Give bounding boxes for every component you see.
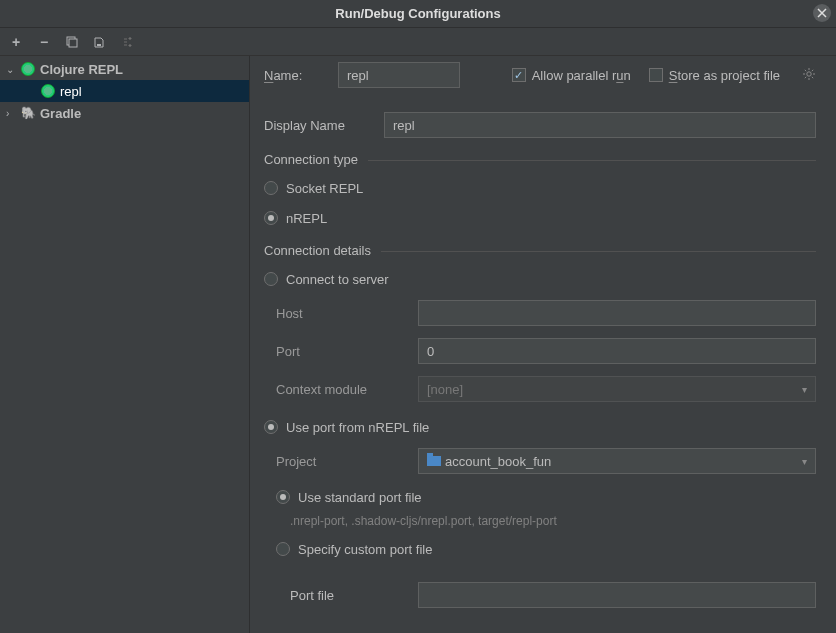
context-module-label: Context module [264, 382, 404, 397]
radio-use-port-from-file[interactable]: Use port from nREPL file [264, 416, 429, 438]
host-input[interactable] [418, 300, 816, 326]
project-combo[interactable]: account_book_fun ▾ [418, 448, 816, 474]
add-configuration-button[interactable]: + [8, 34, 24, 50]
host-label: Host [264, 306, 404, 321]
radio-socket-repl[interactable]: Socket REPL [264, 177, 816, 199]
separator [368, 160, 816, 161]
radio-label: Connect to server [286, 272, 389, 287]
toolbar: + − [0, 28, 836, 56]
remove-configuration-button[interactable]: − [36, 34, 52, 50]
chevron-right-icon: › [6, 108, 16, 119]
svg-rect-1 [69, 39, 77, 47]
radio-use-standard-port-file[interactable]: Use standard port file [264, 486, 422, 508]
radio-checked-icon [264, 211, 278, 225]
radio-label: Use standard port file [298, 490, 422, 505]
edit-templates-button[interactable] [120, 34, 136, 50]
close-button[interactable] [813, 4, 831, 22]
titlebar: Run/Debug Configurations [0, 0, 836, 28]
port-file-label: Port file [264, 588, 418, 603]
name-input[interactable] [338, 62, 460, 88]
allow-parallel-run-checkbox[interactable]: ✓ Allow parallel run [512, 68, 631, 83]
combo-value: account_book_fun [445, 454, 551, 469]
radio-checked-icon [264, 420, 278, 434]
checkbox-label: Store as project file [669, 68, 780, 83]
chevron-down-icon: ▾ [802, 384, 807, 395]
port-label: Port [264, 344, 404, 359]
name-label: Name: [264, 68, 320, 83]
store-as-project-file-checkbox[interactable]: Store as project file [649, 68, 780, 83]
configurations-tree: ⌄ Clojure REPL repl › 🐘 Gradle [0, 56, 250, 633]
clojure-icon [40, 83, 56, 99]
radio-label: Socket REPL [286, 181, 363, 196]
copy-configuration-button[interactable] [64, 34, 80, 50]
checkbox-unchecked-icon [649, 68, 663, 82]
combo-value: [none] [427, 382, 463, 397]
radio-label: Specify custom port file [298, 542, 432, 557]
gear-icon[interactable] [802, 67, 816, 84]
folder-icon [427, 456, 441, 466]
port-input[interactable] [418, 338, 816, 364]
display-name-label: Display Name [264, 118, 384, 133]
project-label: Project [264, 454, 404, 469]
chevron-down-icon: ▾ [802, 456, 807, 467]
radio-connect-to-server[interactable]: Connect to server [264, 268, 389, 290]
radio-specify-custom-port-file[interactable]: Specify custom port file [264, 538, 432, 560]
connection-details-label: Connection details [264, 243, 371, 258]
tree-node-clojure-repl[interactable]: ⌄ Clojure REPL [0, 58, 249, 80]
radio-label: Use port from nREPL file [286, 420, 429, 435]
gradle-icon: 🐘 [20, 105, 36, 121]
connection-type-label: Connection type [264, 152, 358, 167]
configuration-form: Name: ✓ Allow parallel run Store as proj… [250, 56, 836, 633]
svg-rect-2 [97, 44, 101, 46]
clojure-icon [20, 61, 36, 77]
radio-unchecked-icon [264, 272, 278, 286]
radio-checked-icon [276, 490, 290, 504]
display-name-input[interactable] [384, 112, 816, 138]
checkbox-checked-icon: ✓ [512, 68, 526, 82]
radio-unchecked-icon [264, 181, 278, 195]
tree-node-gradle[interactable]: › 🐘 Gradle [0, 102, 249, 124]
window-title: Run/Debug Configurations [335, 6, 500, 21]
tree-node-repl[interactable]: repl [0, 80, 249, 102]
separator [381, 251, 816, 252]
radio-nrepl[interactable]: nREPL [264, 207, 816, 229]
context-module-combo[interactable]: [none] ▾ [418, 376, 816, 402]
port-file-input[interactable] [418, 582, 816, 608]
save-template-button[interactable] [92, 34, 108, 50]
radio-unchecked-icon [276, 542, 290, 556]
radio-label: nREPL [286, 211, 327, 226]
tree-label: Gradle [40, 106, 81, 121]
chevron-down-icon: ⌄ [6, 64, 16, 75]
tree-label: Clojure REPL [40, 62, 123, 77]
checkbox-label: Allow parallel run [532, 68, 631, 83]
svg-point-3 [807, 71, 811, 75]
tree-label: repl [60, 84, 82, 99]
standard-port-file-hint: .nrepl-port, .shadow-cljs/nrepl.port, ta… [264, 514, 816, 528]
